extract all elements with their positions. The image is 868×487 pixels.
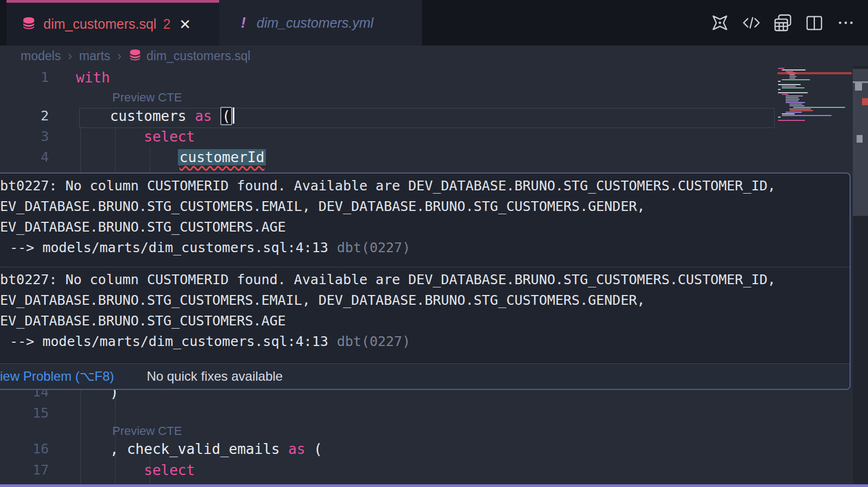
minimap-row	[789, 74, 795, 75]
minimap-row	[778, 81, 781, 82]
minimap-row	[789, 105, 805, 106]
minimap-row	[789, 104, 802, 105]
minimap-row	[786, 112, 802, 113]
diagnostic-block: bt0227: No column CUSTOMERID found. Avai…	[0, 176, 846, 267]
diagnostic-location-line: --> models/marts/dim_customers.sql:4:13d…	[0, 238, 846, 258]
code-line-17[interactable]: 17 select	[0, 460, 852, 480]
minimap-row	[786, 102, 805, 103]
breadcrumb-file[interactable]: dim_customers.sql	[146, 49, 251, 63]
diagnostic-message-line: EV_DATABASE.BRUNO.STG_CUSTOMERS.AGE	[0, 311, 846, 331]
diagnostic-block: bt0227: No column CUSTOMERID found. Avai…	[0, 267, 846, 363]
code-text: select	[76, 126, 195, 147]
minimap-row	[786, 97, 799, 98]
chevron-right-icon: ›	[117, 49, 122, 63]
minimap-row	[786, 99, 800, 100]
diagnostic-location-line: --> models/marts/dim_customers.sql:4:13d…	[0, 331, 846, 352]
tab-filename: dim_customers.yml	[257, 15, 373, 31]
minimap-row	[782, 86, 796, 87]
code-line-2[interactable]: 2 customers as (	[0, 106, 852, 126]
minimap-row	[782, 94, 788, 95]
scrollbar[interactable]	[853, 66, 868, 487]
minimap-row	[789, 76, 796, 77]
diagnostic-message-line: bt0227: No column CUSTOMERID found. Avai…	[0, 270, 846, 290]
minimap-error-line	[777, 72, 852, 74]
minimap-row	[778, 82, 852, 84]
matched-bracket: (	[220, 107, 232, 125]
breadcrumb-models[interactable]: models	[21, 49, 61, 63]
minimap[interactable]	[778, 68, 852, 121]
diagnostic-message-line: EV_DATABASE.BRUNO.STG_CUSTOMERS.EMAIL, D…	[0, 196, 846, 217]
minimap-row	[786, 95, 803, 97]
overview-ruler-cursor-marker	[857, 135, 863, 143]
minimap-row	[782, 69, 806, 71]
minimap-row	[793, 107, 845, 108]
diagnostic-location: --> models/marts/dim_customers.sql:4:13	[10, 334, 328, 349]
line-number: 1	[0, 67, 49, 88]
minimap-row	[778, 91, 852, 92]
line-number: 3	[0, 126, 49, 147]
dbt-icon[interactable]	[710, 12, 730, 33]
minimap-row	[778, 92, 808, 93]
error-token-customerid: customerId	[178, 149, 266, 165]
line-number: 17	[0, 460, 49, 480]
code-text: with	[76, 67, 110, 88]
hover-body: bt0227: No column CUSTOMERID found. Avai…	[0, 174, 850, 363]
minimap-row	[782, 79, 810, 80]
editor-actions	[710, 0, 856, 46]
code-line-1[interactable]: 1with	[0, 67, 852, 88]
diagnostic-message-line: bt0227: No column CUSTOMERID found. Avai…	[0, 176, 846, 196]
split-editor-icon[interactable]	[804, 12, 825, 33]
line-number: 15	[0, 403, 49, 424]
tab-filename: dim_customers.sql	[43, 16, 156, 32]
code-text: customerId	[76, 147, 266, 168]
diagnostic-code: dbt(0227)	[337, 240, 410, 255]
more-actions-icon[interactable]	[835, 12, 856, 33]
chevron-right-icon: ›	[68, 49, 72, 63]
database-icon	[22, 17, 36, 32]
no-quick-fixes-label: No quick fixes available	[146, 369, 283, 384]
minimap-row	[778, 118, 852, 119]
overview-ruler-cursor-marker	[855, 82, 862, 91]
codelens-preview-cte[interactable]: Preview CTE	[112, 89, 182, 106]
minimap-row	[789, 78, 795, 79]
minimap-row	[778, 84, 801, 85]
diagnostic-message-line: EV_DATABASE.BRUNO.STG_CUSTOMERS.EMAIL, D…	[0, 290, 846, 311]
close-icon[interactable]: ✕	[179, 17, 191, 31]
diagnostic-code: dbt(0227)	[337, 334, 410, 349]
database-icon	[129, 49, 142, 65]
inline-code-icon[interactable]	[741, 12, 762, 33]
line-number: 2	[0, 106, 49, 126]
minimap-row	[778, 89, 781, 90]
minimap-error-highlight	[787, 72, 796, 74]
line-number: 16	[0, 439, 49, 459]
code-text: customers as (	[76, 106, 234, 126]
query-results-table-icon[interactable]	[773, 12, 793, 33]
breadcrumb: models › marts › dim_customers.sql	[0, 46, 868, 66]
minimap-row	[782, 113, 795, 114]
breadcrumb-marts[interactable]: marts	[79, 49, 111, 63]
tab-dim-customers-sql[interactable]: dim_customers.sql 2 ✕	[7, 0, 219, 46]
editor[interactable]: 1withPreview CTE2 customers as (3 select…	[0, 66, 868, 487]
tab-dim-customers-yml[interactable]: ! dim_customers.yml	[219, 0, 422, 46]
tab-problem-count-badge: 2	[163, 16, 170, 32]
diagnostic-location: --> models/marts/dim_customers.sql:4:13	[10, 240, 328, 255]
view-problem-link[interactable]: iew Problem (⌥F8)	[0, 369, 114, 384]
tab-bar: dim_customers.sql 2 ✕ ! dim_customers.ym…	[0, 0, 868, 46]
panel-border-accent	[0, 484, 868, 487]
diagnostic-message-line: EV_DATABASE.BRUNO.STG_CUSTOMERS.AGE	[0, 217, 846, 238]
minimap-row	[786, 100, 799, 101]
overview-ruler-error-marker	[862, 98, 868, 105]
code-line-15[interactable]: 15	[0, 403, 852, 424]
code-line-16[interactable]: 16 , check_valid_emails as (	[0, 439, 852, 459]
minimap-row	[789, 108, 811, 110]
code-line-4[interactable]: 4 customerId	[0, 147, 852, 168]
minimap-row	[782, 87, 805, 88]
minimap-row	[778, 117, 781, 118]
text-cursor	[233, 107, 234, 124]
warning-exclamation-icon: !	[241, 15, 246, 31]
code-line-3[interactable]: 3 select	[0, 126, 852, 147]
codelens-preview-cte[interactable]: Preview CTE	[112, 423, 182, 439]
line-number: 4	[0, 147, 49, 168]
minimap-row	[789, 110, 813, 111]
code-text: , check_valid_emails as (	[76, 439, 322, 459]
